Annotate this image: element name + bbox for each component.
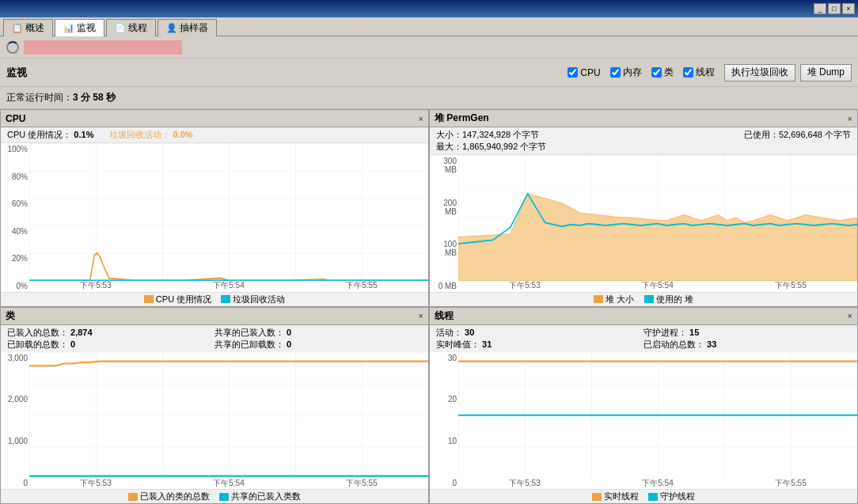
heap-panel: 堆 PermGen × 大小：147,324,928 个字节 已使用：52,69…	[429, 109, 858, 307]
heap-legend-color-1	[594, 295, 603, 303]
heap-panel-header: 堆 PermGen ×	[430, 110, 857, 127]
heap-legend-color-2	[644, 295, 654, 303]
checkbox-memory[interactable]: 内存	[610, 66, 642, 79]
threads-panel-stats: 活动： 30 守护进程： 15 实时峰值： 31 已启动的总数： 33	[430, 325, 857, 352]
checkbox-cpu[interactable]: CPU	[568, 67, 600, 78]
uptime-bar: 正常运行时间： 3 分 58 秒	[0, 87, 858, 109]
cpu-y-labels: 100%80%60%40%20%0%	[1, 143, 29, 292]
threads-legend-color-2	[648, 493, 658, 501]
classes-panel: 类 × 已装入的总数： 2,874 共享的已装入数： 0 已卸载的总数： 0 共…	[0, 307, 429, 505]
charts-area: CPU × CPU 使用情况： 0.1% 垃圾回收活动： 0.0% 100%80…	[0, 109, 858, 504]
heap-legend-item-2: 使用的 堆	[644, 294, 693, 305]
minimize-btn[interactable]: _	[814, 3, 826, 14]
uptime-value: 3 分 58 秒	[73, 91, 116, 104]
threads-x-labels: 下午5:53 下午5:54 下午5:55	[458, 478, 857, 489]
threads-panel: 线程 × 活动： 30 守护进程： 15 实时峰值： 31 已启动的总数： 33	[429, 307, 858, 505]
heap-panel-title: 堆 PermGen	[435, 112, 489, 125]
classes-legend: 已装入的类的总数 共享的已装入类数	[1, 489, 428, 503]
top-bar	[0, 36, 858, 59]
classes-legend-color-1	[128, 493, 138, 501]
cpu-legend-item-1: CPU 使用情况	[144, 294, 211, 305]
threads-chart-body: 3020100 下午5:53	[430, 352, 857, 490]
heap-y-labels: 300 MB200 MB100 MB0 MB	[430, 155, 458, 292]
cpu-panel-header: CPU ×	[1, 110, 428, 127]
threads-legend-item-2: 守护线程	[648, 491, 695, 502]
svg-rect-1	[29, 143, 428, 281]
threads-panel-header: 线程 ×	[430, 308, 857, 325]
heap-legend: 堆 大小 使用的 堆	[430, 292, 857, 306]
classes-chart-plot	[29, 352, 428, 479]
tab-overview[interactable]: 📋 概述	[3, 19, 53, 36]
tab-sampler[interactable]: 👤 抽样器	[158, 19, 217, 36]
loading-spinner	[6, 41, 19, 54]
gc-activity-stat: 垃圾回收活动： 0.0%	[109, 129, 192, 141]
heap-dump-button[interactable]: 堆 Dump	[800, 64, 852, 81]
cpu-panel: CPU × CPU 使用情况： 0.1% 垃圾回收活动： 0.0% 100%80…	[0, 109, 429, 307]
heap-legend-item-1: 堆 大小	[594, 294, 634, 305]
cpu-chart-plot	[29, 143, 428, 281]
close-btn[interactable]: ×	[842, 3, 855, 14]
threads-legend: 实时线程 守护线程	[430, 489, 857, 503]
threads-chart-plot	[458, 352, 857, 479]
title-bar: _ □ ×	[0, 0, 858, 17]
threads-panel-close[interactable]: ×	[848, 311, 852, 320]
maximize-btn[interactable]: □	[828, 3, 841, 14]
classes-x-labels: 下午5:53 下午5:54 下午5:55	[29, 478, 428, 489]
threads-legend-color-1	[592, 493, 602, 501]
heap-chart-body: 300 MB200 MB100 MB0 MB	[430, 155, 857, 292]
classes-legend-color-2	[219, 493, 229, 501]
checkbox-classes[interactable]: 类	[651, 66, 674, 79]
cpu-legend-color-2	[221, 295, 230, 303]
svg-rect-6	[29, 352, 428, 479]
cpu-panel-stats: CPU 使用情况： 0.1% 垃圾回收活动： 0.0%	[1, 127, 428, 143]
heap-x-labels: 下午5:53 下午5:54 下午5:55	[458, 281, 857, 292]
cpu-legend-color-1	[144, 295, 154, 303]
checkbox-threads[interactable]: 线程	[683, 66, 715, 79]
classes-legend-item-2: 共享的已装入类数	[219, 491, 301, 502]
classes-panel-stats: 已装入的总数： 2,874 共享的已装入数： 0 已卸载的总数： 0 共享的已卸…	[1, 325, 428, 352]
toolbar-label: 监视	[6, 66, 568, 80]
classes-panel-header: 类 ×	[1, 308, 428, 325]
classes-panel-title: 类	[6, 309, 15, 323]
tab-threads[interactable]: 📄 线程	[106, 19, 156, 36]
threads-legend-item-1: 实时线程	[592, 491, 639, 502]
cpu-legend-item-2: 垃圾回收活动	[221, 294, 285, 305]
threads-y-labels: 3020100	[430, 352, 458, 490]
cpu-legend: CPU 使用情况 垃圾回收活动	[1, 292, 428, 306]
tab-monitor[interactable]: 📊 监视	[55, 19, 104, 36]
toolbar: 监视 CPU 内存 类 线程 执行垃圾回收 堆 Dump	[0, 59, 858, 87]
gc-button[interactable]: 执行垃圾回收	[724, 64, 795, 81]
cpu-panel-close[interactable]: ×	[419, 114, 423, 123]
classes-legend-item-1: 已装入的类的总数	[128, 491, 210, 502]
process-title	[24, 40, 182, 55]
tab-bar: 📋 概述 📊 监视 📄 线程 👤 抽样器	[0, 17, 858, 36]
classes-y-labels: 3,0002,0001,0000	[1, 352, 29, 490]
cpu-panel-title: CPU	[6, 113, 25, 124]
toolbar-buttons: 执行垃圾回收 堆 Dump	[724, 64, 852, 81]
toolbar-checkboxes: CPU 内存 类 线程	[568, 66, 714, 79]
cpu-x-labels: 下午5:53 下午5:54 下午5:55	[29, 281, 428, 292]
heap-chart-plot	[458, 155, 857, 281]
cpu-usage-stat: CPU 使用情况： 0.1%	[7, 129, 93, 141]
heap-panel-stats: 大小：147,324,928 个字节 已使用：52,696,648 个字节 最大…	[430, 127, 857, 155]
heap-panel-close[interactable]: ×	[848, 114, 852, 123]
threads-panel-title: 线程	[435, 309, 454, 323]
cpu-chart-body: 100%80%60%40%20%0%	[1, 143, 428, 292]
classes-panel-close[interactable]: ×	[419, 311, 423, 320]
classes-chart-body: 3,0002,0001,0000	[1, 352, 428, 490]
